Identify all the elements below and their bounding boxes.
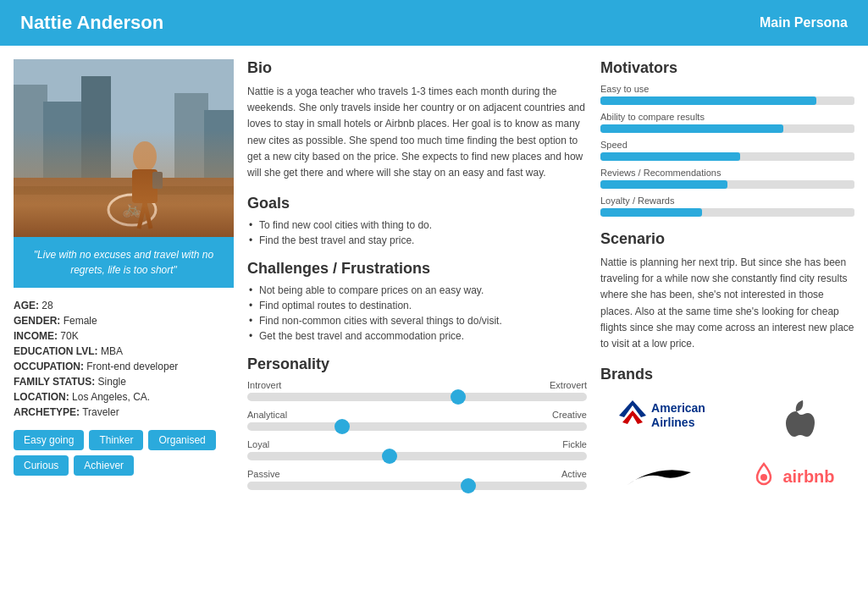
family-status-label: FAMILY STATUS: bbox=[14, 376, 95, 388]
bar-track bbox=[600, 208, 854, 217]
trait-left: Loyal bbox=[247, 439, 269, 449]
slider-track[interactable] bbox=[247, 452, 587, 460]
main-content: 🚲 "Live with no excuses and travel with … bbox=[0, 46, 868, 510]
svg-point-8 bbox=[108, 195, 156, 225]
svg-rect-4 bbox=[174, 93, 208, 237]
occupation-label: OCCUPATION: bbox=[14, 361, 84, 372]
motivator-row: Loyalty / Rewards bbox=[600, 196, 854, 217]
persona-role: Main Persona bbox=[760, 15, 848, 30]
challenge-item: Find optimal routes to destination. bbox=[247, 300, 587, 311]
airbnb-icon bbox=[752, 460, 776, 493]
brand-apple bbox=[733, 390, 854, 441]
bar-fill bbox=[600, 180, 727, 189]
brand-airbnb: airbnb bbox=[733, 451, 854, 502]
slider-thumb bbox=[382, 449, 397, 464]
goals-list: To find new cool cities with thing to do… bbox=[247, 219, 587, 246]
svg-line-13 bbox=[145, 203, 151, 229]
goals-title: Goals bbox=[247, 195, 587, 212]
bar-track bbox=[600, 180, 854, 189]
archetype-row: ARCHETYPE: Traveler bbox=[14, 406, 234, 418]
scenario-text: Nattie is planning her next trip. But si… bbox=[600, 255, 854, 352]
income-label: INCOME: bbox=[14, 330, 58, 342]
tag-easy-going: Easy going bbox=[14, 430, 84, 450]
tags-section: Easy goingThinkerOrganisedCuriousAchieve… bbox=[14, 430, 234, 476]
svg-text:🚲: 🚲 bbox=[122, 198, 143, 218]
bio-title: Bio bbox=[247, 59, 587, 77]
slider-thumb bbox=[461, 478, 476, 493]
svg-rect-6 bbox=[14, 178, 234, 237]
quote-text: "Live with no excuses and travel with no… bbox=[34, 249, 213, 276]
svg-rect-7 bbox=[14, 186, 234, 195]
brand-american-airlines: AmericanAirlines bbox=[600, 390, 722, 441]
slider-track[interactable] bbox=[247, 393, 587, 401]
svg-rect-11 bbox=[132, 169, 158, 203]
tag-curious: Curious bbox=[14, 455, 69, 476]
archetype-value: Traveler bbox=[82, 406, 119, 418]
tag-thinker: Thinker bbox=[89, 430, 143, 450]
gender-label: GENDER: bbox=[14, 315, 60, 327]
slider-thumb bbox=[451, 389, 466, 405]
svg-rect-14 bbox=[152, 172, 163, 189]
svg-point-17 bbox=[760, 474, 767, 481]
svg-point-10 bbox=[133, 141, 157, 172]
motivator-label: Ability to compare results bbox=[600, 112, 854, 122]
education-value: MBA bbox=[101, 345, 123, 357]
challenges-section: Challenges / Frustrations Not being able… bbox=[247, 260, 587, 342]
aa-icon bbox=[617, 399, 648, 432]
family-status-value: Single bbox=[98, 376, 126, 388]
challenge-item: Find non-common cities with several thin… bbox=[247, 315, 587, 327]
bar-track bbox=[600, 96, 854, 105]
age-value: 28 bbox=[41, 300, 53, 311]
motivator-label: Reviews / Recommendations bbox=[600, 168, 854, 178]
motivator-row: Reviews / Recommendations bbox=[600, 168, 854, 189]
svg-line-12 bbox=[139, 203, 145, 229]
motivator-label: Loyalty / Rewards bbox=[600, 196, 854, 206]
right-column: Motivators Easy to useAbility to compare… bbox=[600, 59, 854, 502]
brands-title: Brands bbox=[600, 366, 854, 383]
goals-section: Goals To find new cool cities with thing… bbox=[247, 195, 587, 246]
motivator-row: Speed bbox=[600, 140, 854, 161]
slider-track[interactable] bbox=[247, 482, 587, 490]
nike-icon bbox=[623, 460, 699, 493]
bar-fill bbox=[600, 96, 816, 105]
location-label: LOCATION: bbox=[14, 391, 69, 403]
personality-title: Personality bbox=[247, 355, 587, 373]
bar-fill bbox=[600, 208, 702, 217]
apple-icon bbox=[772, 393, 815, 439]
slider-thumb bbox=[334, 419, 350, 434]
occupation-value: Front-end developer bbox=[86, 361, 178, 372]
gender-value: Female bbox=[64, 315, 97, 327]
trait-right: Extrovert bbox=[550, 380, 587, 390]
bar-track bbox=[600, 152, 854, 161]
location-value: Los Angeles, CA. bbox=[72, 391, 150, 403]
occupation-row: OCCUPATION: Front-end developer bbox=[14, 361, 234, 372]
trait-left: Analytical bbox=[247, 410, 287, 420]
family-status-row: FAMILY STATUS: Single bbox=[14, 376, 234, 388]
bar-track bbox=[600, 124, 854, 133]
airbnb-svg-icon bbox=[752, 460, 776, 488]
personality-row: LoyalFickle bbox=[247, 439, 587, 460]
motivators-bars: Easy to useAbility to compare resultsSpe… bbox=[600, 84, 854, 217]
income-value: 70K bbox=[60, 330, 78, 342]
motivator-row: Easy to use bbox=[600, 84, 854, 105]
airbnb-logo: airbnb bbox=[752, 460, 834, 493]
slider-track[interactable] bbox=[247, 422, 587, 431]
scenario-section: Scenario Nattie is planning her next tri… bbox=[600, 230, 854, 352]
personality-row: IntrovertExtrovert bbox=[247, 380, 587, 401]
motivator-label: Speed bbox=[600, 140, 854, 150]
bio-section: Bio Nattie is a yoga teacher who travels… bbox=[247, 59, 587, 181]
aa-logo-container: AmericanAirlines bbox=[617, 399, 705, 432]
personality-section: Personality IntrovertExtrovertAnalytical… bbox=[247, 355, 587, 490]
brands-section: Brands AmericanAirlines bbox=[600, 366, 854, 502]
goal-item: To find new cool cities with thing to do… bbox=[247, 219, 587, 231]
profile-info: AGE: 28 GENDER: Female INCOME: 70K EDUCA… bbox=[14, 300, 234, 418]
motivator-row: Ability to compare results bbox=[600, 112, 854, 133]
svg-rect-2 bbox=[43, 102, 86, 237]
motivators-title: Motivators bbox=[600, 59, 854, 77]
quote-box: "Live with no excuses and travel with no… bbox=[14, 237, 234, 288]
income-row: INCOME: 70K bbox=[14, 330, 234, 342]
persona-name: Nattie Anderson bbox=[20, 12, 163, 34]
bio-text: Nattie is a yoga teacher who travels 1-3… bbox=[247, 84, 587, 181]
aa-text: AmericanAirlines bbox=[651, 401, 705, 430]
challenge-item: Not being able to compare prices on an e… bbox=[247, 284, 587, 296]
